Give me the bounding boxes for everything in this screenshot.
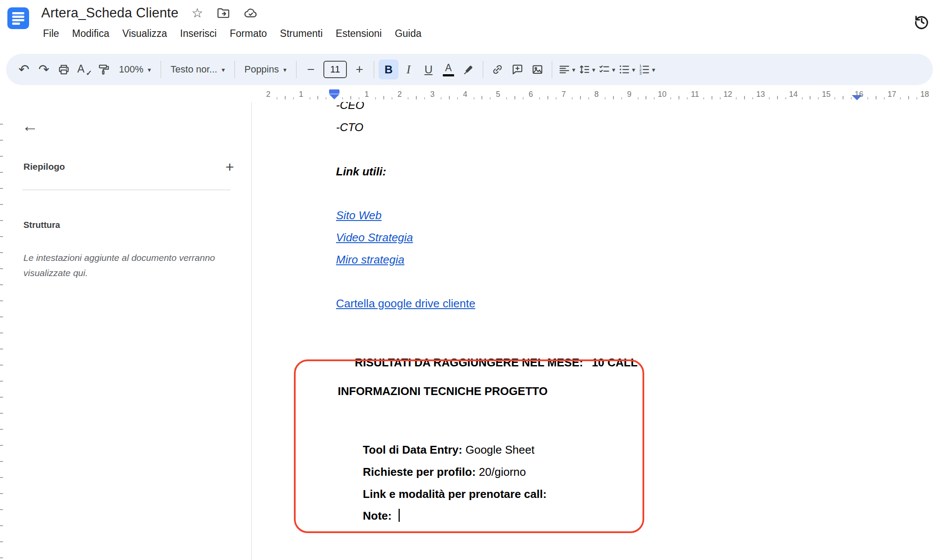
add-summary-button[interactable]: +	[225, 159, 234, 174]
image-icon	[531, 63, 544, 76]
ruler-tick	[416, 96, 417, 99]
ruler-tick	[350, 96, 351, 99]
minus-icon: −	[307, 63, 315, 76]
ruler-tick	[317, 96, 318, 99]
undo-icon: ↶	[18, 63, 29, 76]
google-docs-app: Artera_Scheda Cliente ☆ File Modifica Vi…	[0, 0, 939, 560]
link-video-strategia[interactable]: Video Strategia	[336, 230, 413, 245]
close-sidebar-button[interactable]: ←	[22, 118, 38, 134]
link-sito-web[interactable]: Sito Web	[336, 208, 382, 223]
ruler-tick	[342, 97, 343, 99]
font-select[interactable]: Poppins ▾	[239, 59, 292, 79]
numbered-list-button[interactable]: 123 ▾	[636, 59, 656, 79]
paragraph-style-select[interactable]: Testo nor... ▾	[165, 59, 230, 79]
align-button[interactable]: ▾	[557, 59, 577, 79]
star-icon[interactable]: ☆	[191, 7, 203, 20]
vertical-ruler	[0, 104, 4, 560]
structure-title: Struttura	[23, 220, 60, 230]
link-icon	[491, 63, 504, 76]
redo-button[interactable]: ↷	[34, 59, 54, 79]
zoom-select[interactable]: 100% ▾	[114, 59, 156, 79]
highlight-color-button[interactable]	[458, 59, 478, 79]
ruler-tick	[720, 97, 721, 99]
document-canvas[interactable]: -CEO -CTO Link utili: Sito Web Video Str…	[252, 102, 939, 560]
cloud-saved-icon[interactable]	[244, 6, 258, 20]
menu-strumenti[interactable]: Strumenti	[273, 26, 329, 41]
font-size-input[interactable]: 11	[323, 61, 347, 78]
insert-link-button[interactable]	[488, 59, 507, 79]
chevron-down-icon: ▾	[572, 66, 576, 73]
ruler-tick	[408, 97, 409, 99]
left-indent-marker[interactable]	[329, 94, 339, 99]
menu-inserisci[interactable]: Inserisci	[174, 26, 223, 41]
ruler-number: 1	[365, 90, 369, 99]
ruler-tick	[556, 97, 557, 99]
italic-button[interactable]: I	[399, 59, 418, 79]
menu-visualizza[interactable]: Visualizza	[116, 26, 174, 41]
infobox-title: INFORMAZIONI TECNICHE PROGETTO	[338, 384, 547, 399]
ruler-tick	[834, 97, 835, 99]
numbered-list-icon: 123	[638, 63, 651, 76]
bulleted-list-icon	[618, 63, 631, 76]
spellcheck-button[interactable]: A✓	[74, 59, 94, 79]
menu-file[interactable]: File	[36, 26, 66, 41]
move-folder-icon[interactable]	[216, 6, 231, 20]
ruler-tick	[547, 96, 548, 99]
ruler-tick	[876, 96, 876, 99]
line-spacing-icon	[578, 63, 591, 76]
checklist-button[interactable]: ▾	[596, 59, 616, 79]
menu-formato[interactable]: Formato	[223, 26, 273, 41]
link-cartella-drive[interactable]: Cartella google drive cliente	[336, 296, 475, 311]
ruler-tick	[310, 97, 310, 99]
ruler-tick	[769, 97, 770, 99]
ruler-tick	[539, 97, 540, 99]
increase-font-size-button[interactable]: +	[349, 59, 369, 79]
ruler-number: 2	[266, 90, 270, 99]
insert-image-button[interactable]	[527, 59, 547, 79]
text-color-button[interactable]: A	[438, 59, 458, 79]
ruler-number: 1	[299, 90, 303, 99]
undo-button[interactable]: ↶	[14, 59, 34, 79]
add-comment-button[interactable]	[507, 59, 527, 79]
toolbar-separator	[161, 61, 161, 78]
link-miro-strategia[interactable]: Miro strategia	[336, 252, 405, 267]
paint-format-icon	[97, 63, 110, 76]
print-button[interactable]	[54, 59, 74, 79]
menubar: File Modifica Visualizza Inserisci Forma…	[36, 26, 428, 41]
ruler-tick	[654, 97, 655, 99]
spellcheck-icon: A✓	[77, 63, 90, 76]
ruler-tick	[687, 97, 688, 99]
bold-icon: B	[385, 63, 393, 76]
first-line-indent-marker[interactable]	[329, 89, 339, 94]
bold-button[interactable]: B	[379, 59, 399, 79]
ruler-tick	[867, 97, 868, 99]
docs-logo-icon[interactable]	[7, 7, 29, 29]
version-history-icon[interactable]	[911, 11, 932, 32]
infobox-row: Note:	[338, 494, 400, 538]
doc-line-ceo: -CEO	[336, 102, 364, 112]
toolbar-separator	[374, 61, 374, 78]
bulleted-list-button[interactable]: ▾	[616, 59, 636, 79]
underline-button[interactable]: U	[418, 59, 438, 79]
ruler-tick	[916, 97, 917, 99]
ruler-number: 3	[430, 90, 435, 99]
ruler-number: 5	[496, 90, 500, 99]
menu-guida[interactable]: Guida	[388, 26, 428, 41]
ruler-tick	[580, 96, 581, 99]
menu-estensioni[interactable]: Estensioni	[329, 26, 388, 41]
line-spacing-button[interactable]: ▾	[577, 59, 596, 79]
chevron-down-icon: ▾	[148, 66, 151, 73]
row-label: Note:	[363, 509, 395, 522]
ruler-tick	[908, 96, 909, 99]
paint-format-button[interactable]	[94, 59, 114, 79]
document-title[interactable]: Artera_Scheda Cliente	[41, 5, 178, 21]
ruler-number: 16	[855, 90, 863, 99]
print-icon	[57, 63, 70, 76]
menu-modifica[interactable]: Modifica	[66, 26, 116, 41]
ruler-tick	[441, 97, 441, 99]
ruler-number: 15	[822, 90, 830, 99]
ruler-tick	[572, 97, 573, 99]
ruler-tick	[605, 97, 606, 99]
ruler-tick	[285, 96, 286, 99]
decrease-font-size-button[interactable]: −	[301, 59, 321, 79]
